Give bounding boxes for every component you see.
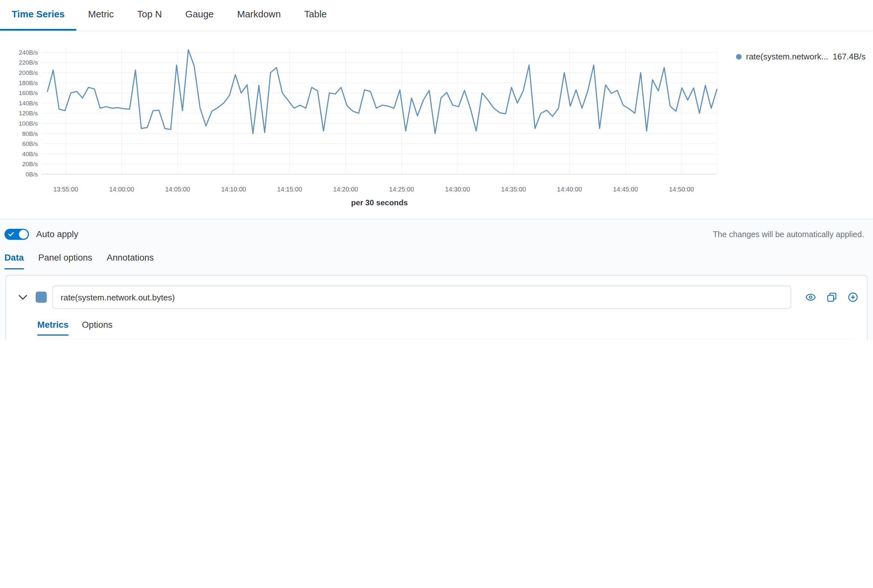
x-axis-label: 14:10:00 <box>221 186 246 193</box>
y-axis-label: 240B/s <box>19 49 38 56</box>
chart-legend[interactable]: rate(system.network... 167.4B/s <box>736 52 865 61</box>
tab-gauge[interactable]: Gauge <box>174 0 225 30</box>
chart-interval-caption: per 30 seconds <box>42 198 717 207</box>
x-axis-label: 14:45:00 <box>613 186 638 193</box>
panel-type-tabs: Time Series Metric Top N Gauge Markdown … <box>0 0 873 31</box>
y-axis-label: 180B/s <box>19 80 38 86</box>
clone-series-icon[interactable] <box>827 292 837 302</box>
tab-options[interactable]: Options <box>82 320 113 336</box>
x-axis-label: 14:40:00 <box>557 186 582 193</box>
y-axis-label: 140B/s <box>19 100 38 106</box>
y-axis-label: 20B/s <box>22 160 38 167</box>
x-axis-label: 14:05:00 <box>165 186 190 193</box>
y-axis-label: 40B/s <box>22 151 38 158</box>
y-axis-label: 0B/s <box>26 171 38 178</box>
chevron-down-icon[interactable] <box>18 295 27 300</box>
series-header <box>6 275 867 309</box>
y-axis-label: 160B/s <box>19 90 38 96</box>
x-axis-label: 14:35:00 <box>501 186 526 193</box>
tab-metrics[interactable]: Metrics <box>37 320 68 336</box>
check-icon <box>8 232 14 237</box>
editor-section: Auto apply The changes will be automatic… <box>0 219 873 340</box>
tab-top-n[interactable]: Top N <box>125 0 174 30</box>
add-series-icon[interactable] <box>848 292 858 302</box>
series-card: Metrics Options Aggregation Max Field <box>6 275 867 340</box>
series-actions <box>805 292 858 302</box>
x-axis-label: 14:20:00 <box>333 186 358 193</box>
x-axis-label: 14:50:00 <box>669 186 694 193</box>
auto-apply-toggle[interactable] <box>5 229 29 240</box>
auto-apply-label: Auto apply <box>36 230 78 239</box>
x-axis-label: 14:25:00 <box>389 186 414 193</box>
toggle-knob <box>19 230 28 239</box>
tab-metric[interactable]: Metric <box>77 0 126 30</box>
tab-annotations[interactable]: Annotations <box>107 252 154 269</box>
eye-icon[interactable] <box>805 292 816 302</box>
metric-row-max: Aggregation Max Field system.network.out… <box>34 339 857 340</box>
x-axis-label: 14:30:00 <box>445 186 470 193</box>
y-axis-label: 60B/s <box>22 140 38 147</box>
tsvb-editor: Time Series Metric Top N Gauge Markdown … <box>0 0 873 340</box>
series-color-swatch[interactable] <box>36 292 47 303</box>
x-axis-label: 13:55:00 <box>53 186 78 193</box>
auto-apply-row: Auto apply The changes will be automatic… <box>0 219 873 249</box>
y-axis-label: 120B/s <box>19 110 38 117</box>
y-axis-label: 220B/s <box>19 59 38 66</box>
timeseries-chart-panel: 0B/s20B/s40B/s60B/s80B/s100B/s120B/s140B… <box>0 31 873 219</box>
timeseries-chart[interactable]: 0B/s20B/s40B/s60B/s80B/s100B/s120B/s140B… <box>0 31 729 198</box>
legend-series-value: 167.4B/s <box>832 52 865 61</box>
y-axis-label: 100B/s <box>19 120 38 127</box>
series-subtabs: Metrics Options <box>37 320 867 336</box>
auto-apply-hint: The changes will be automatically applie… <box>713 230 864 239</box>
y-axis-label: 200B/s <box>19 69 38 76</box>
tab-table[interactable]: Table <box>293 0 338 30</box>
tab-panel-options[interactable]: Panel options <box>38 252 92 269</box>
x-axis-label: 14:00:00 <box>109 186 134 193</box>
x-axis-label: 14:15:00 <box>277 186 302 193</box>
tab-data[interactable]: Data <box>5 252 24 269</box>
editor-tabs: Data Panel options Annotations <box>0 249 873 269</box>
tab-time-series[interactable]: Time Series <box>0 0 77 30</box>
y-axis-label: 80B/s <box>22 130 38 137</box>
series-label-input[interactable] <box>53 286 791 309</box>
legend-series-label: rate(system.network... <box>746 52 828 61</box>
tab-markdown[interactable]: Markdown <box>225 0 293 30</box>
legend-series-dot <box>736 54 742 59</box>
